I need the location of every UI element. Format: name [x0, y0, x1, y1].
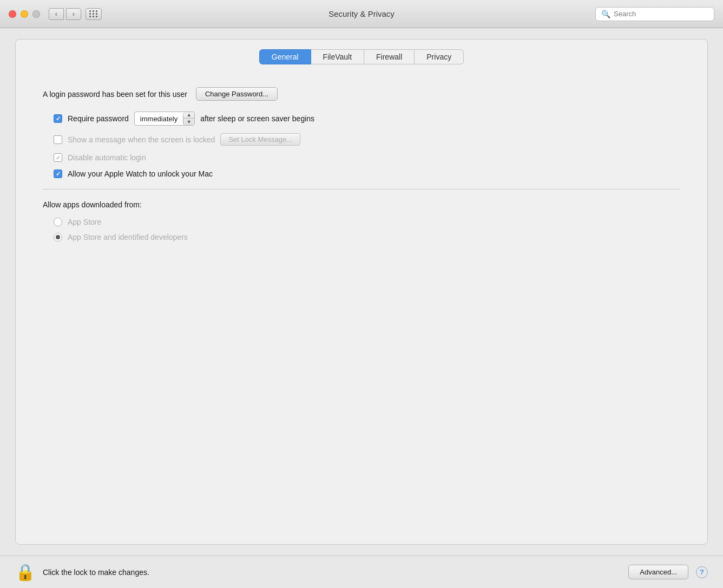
traffic-lights [9, 10, 40, 18]
apple-watch-checkbox[interactable] [54, 169, 62, 178]
require-password-label: Require password [68, 114, 129, 123]
set-lock-message-button: Set Lock Message... [220, 133, 300, 146]
radio-app-store-identified-row: App Store and identified developers [54, 233, 680, 241]
login-password-row: A login password has been set for this u… [43, 87, 680, 101]
disable-login-row: Disable automatic login [54, 153, 680, 162]
search-input[interactable] [614, 10, 708, 18]
allow-apps-section: Allow apps downloaded from: App Store Ap… [43, 200, 680, 241]
tabs-row: General FileVault Firewall Privacy [16, 40, 707, 72]
search-bar: 🔍 [595, 7, 714, 21]
apple-watch-row: Allow your Apple Watch to unlock your Ma… [54, 169, 680, 178]
tab-privacy[interactable]: Privacy [415, 49, 464, 64]
tab-general[interactable]: General [259, 49, 311, 64]
show-message-row: Show a message when the screen is locked… [54, 133, 680, 146]
show-message-checkbox[interactable] [54, 135, 62, 144]
change-password-button[interactable]: Change Password... [196, 87, 278, 101]
minimize-button[interactable] [21, 10, 28, 18]
apple-watch-label: Allow your Apple Watch to unlock your Ma… [68, 169, 213, 178]
close-button[interactable] [9, 10, 16, 18]
lock-icon[interactable]: 🔒 [15, 563, 35, 582]
grid-icon [89, 10, 98, 17]
require-password-row: Require password immediately ▲ ▼ after s… [54, 112, 680, 126]
panel: General FileVault Firewall Privacy A log… [15, 39, 708, 545]
require-password-checkbox[interactable] [54, 114, 62, 123]
options-section: Require password immediately ▲ ▼ after s… [54, 112, 680, 178]
bottom-bar: 🔒 Click the lock to make changes. Advanc… [0, 556, 723, 588]
radio-app-store-label: App Store [68, 218, 101, 226]
tab-firewall[interactable]: Firewall [364, 49, 415, 64]
require-password-stepper[interactable]: immediately ▲ ▼ [134, 112, 195, 126]
radio-app-store-identified-label: App Store and identified developers [68, 233, 188, 241]
radio-app-store[interactable] [54, 218, 62, 226]
back-button[interactable]: ‹ [49, 8, 64, 20]
radio-app-store-identified[interactable] [54, 233, 62, 241]
login-password-label: A login password has been set for this u… [43, 90, 187, 99]
main-content: General FileVault Firewall Privacy A log… [0, 28, 723, 556]
disable-login-checkbox[interactable] [54, 153, 62, 162]
maximize-button[interactable] [32, 10, 40, 18]
stepper-arrows: ▲ ▼ [183, 112, 194, 125]
stepper-value: immediately [135, 114, 183, 124]
disable-login-label: Disable automatic login [68, 153, 146, 162]
stepper-down[interactable]: ▼ [183, 119, 194, 125]
radio-options: App Store App Store and identified devel… [54, 218, 680, 241]
forward-button[interactable]: › [66, 8, 81, 20]
lock-text: Click the lock to make changes. [43, 568, 149, 577]
grid-view-button[interactable] [86, 8, 102, 20]
titlebar: ‹ › Security & Privacy 🔍 [0, 0, 723, 28]
section-divider [43, 189, 680, 190]
tab-filevault[interactable]: FileVault [311, 49, 364, 64]
window-title: Security & Privacy [328, 9, 395, 18]
allow-apps-title: Allow apps downloaded from: [43, 200, 680, 209]
show-message-label: Show a message when the screen is locked [68, 135, 215, 144]
search-icon: 🔍 [601, 10, 610, 18]
advanced-button[interactable]: Advanced... [628, 565, 688, 579]
require-password-suffix: after sleep or screen saver begins [200, 114, 314, 123]
stepper-up[interactable]: ▲ [183, 112, 194, 119]
nav-buttons: ‹ › [49, 8, 81, 20]
help-button[interactable]: ? [696, 566, 708, 578]
panel-body: A login password has been set for this u… [16, 72, 707, 544]
radio-app-store-row: App Store [54, 218, 680, 226]
